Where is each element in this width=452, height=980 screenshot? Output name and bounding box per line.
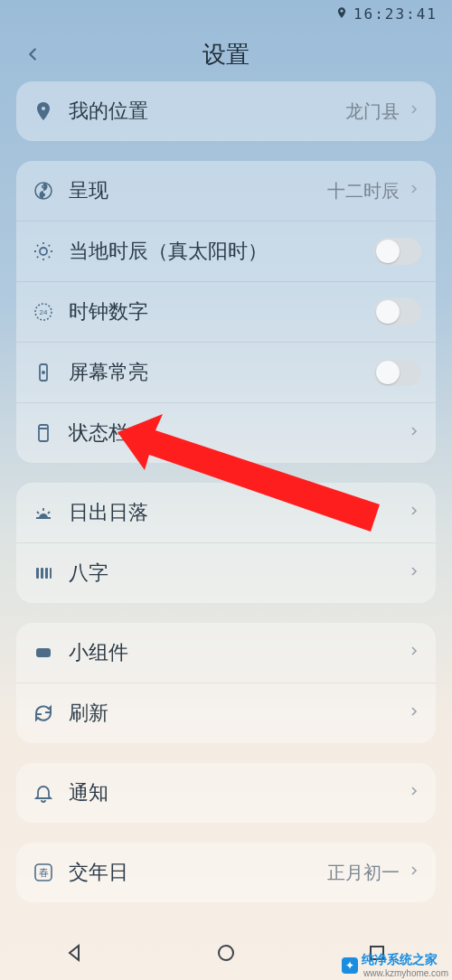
- row-status-bar[interactable]: 状态栏: [16, 402, 436, 463]
- svg-rect-12: [45, 568, 48, 579]
- nav-back-button[interactable]: [64, 942, 86, 967]
- location-status-icon: [335, 5, 348, 23]
- toggle-local-shichen[interactable]: [374, 238, 421, 265]
- settings-group-location: 我的位置 龙门县: [16, 81, 436, 141]
- svg-point-1: [42, 185, 45, 188]
- yinyang-icon: [31, 178, 56, 203]
- chevron-right-icon: [407, 704, 421, 722]
- svg-point-3: [40, 248, 47, 255]
- watermark-url: www.kzmyhome.com: [363, 968, 448, 978]
- toggle-keep-screen-on[interactable]: [374, 359, 421, 386]
- spring-icon: 春: [31, 860, 56, 885]
- refresh-icon: [31, 701, 56, 726]
- watermark-icon: ✦: [342, 957, 358, 974]
- nav-home-button[interactable]: [215, 942, 237, 967]
- row-label: 八字: [69, 560, 407, 587]
- chevron-right-icon: [407, 504, 421, 522]
- header: 设置: [0, 27, 452, 81]
- row-label: 状态栏: [69, 419, 407, 447]
- row-label: 小组件: [69, 639, 407, 666]
- svg-text:24: 24: [40, 308, 48, 316]
- row-my-location[interactable]: 我的位置 龙门县: [16, 81, 436, 141]
- sunrise-icon: [31, 500, 56, 525]
- row-keep-screen-on[interactable]: 屏幕常亮: [16, 342, 436, 402]
- settings-group-notify: 通知: [16, 763, 436, 823]
- status-time: 16:23:41: [353, 5, 438, 23]
- chevron-right-icon: [407, 863, 421, 881]
- row-refresh[interactable]: 刷新: [16, 683, 436, 743]
- chevron-right-icon: [407, 644, 421, 662]
- row-local-shichen[interactable]: 当地时辰（真太阳时）: [16, 221, 436, 281]
- row-value: 龙门县: [345, 99, 400, 124]
- svg-point-2: [42, 193, 45, 196]
- row-label: 当地时辰（真太阳时）: [69, 238, 374, 265]
- svg-point-7: [42, 371, 45, 374]
- row-label: 通知: [69, 779, 407, 806]
- settings-content: 我的位置 龙门县 呈现 十二时辰 当地时辰（真太阳时） 24 时钟数字: [0, 81, 452, 902]
- chevron-right-icon: [407, 424, 421, 442]
- svg-rect-8: [39, 425, 48, 441]
- back-button[interactable]: [16, 38, 49, 71]
- clock24-icon: 24: [31, 299, 56, 325]
- sun-icon: [31, 239, 56, 264]
- row-label: 呈现: [69, 177, 327, 204]
- bell-icon: [31, 780, 56, 806]
- svg-point-18: [219, 946, 233, 960]
- svg-text:春: 春: [39, 867, 49, 878]
- watermark-text: 纯净系统之家: [362, 952, 448, 968]
- row-value: 正月初一: [327, 861, 400, 885]
- row-new-year-day[interactable]: 春 交年日 正月初一: [16, 843, 436, 902]
- settings-group-widget: 小组件 刷新: [16, 623, 436, 743]
- svg-rect-13: [50, 568, 52, 579]
- row-presentation[interactable]: 呈现 十二时辰: [16, 161, 436, 221]
- settings-group-display: 呈现 十二时辰 当地时辰（真太阳时） 24 时钟数字 屏幕常亮: [16, 161, 436, 463]
- widget-icon: [31, 640, 56, 665]
- chevron-right-icon: [407, 102, 421, 120]
- settings-group-year: 春 交年日 正月初一: [16, 843, 436, 902]
- bazi-icon: [31, 561, 56, 586]
- row-label: 刷新: [69, 700, 407, 727]
- chevron-right-icon: [407, 784, 421, 802]
- svg-rect-11: [41, 568, 43, 579]
- row-notifications[interactable]: 通知: [16, 763, 436, 823]
- watermark: ✦ 纯净系统之家 www.kzmyhome.com: [342, 952, 448, 978]
- row-label: 我的位置: [69, 98, 345, 125]
- settings-group-astro: 日出日落 八字: [16, 483, 436, 603]
- row-label: 交年日: [69, 859, 327, 886]
- statusbar-icon: [31, 420, 56, 446]
- toggle-clock-digits[interactable]: [374, 298, 421, 325]
- svg-rect-10: [36, 568, 39, 579]
- row-label: 时钟数字: [69, 298, 374, 325]
- row-label: 屏幕常亮: [69, 359, 374, 386]
- row-widget[interactable]: 小组件: [16, 623, 436, 683]
- row-clock-digits[interactable]: 24 时钟数字: [16, 281, 436, 342]
- status-bar: 16:23:41: [0, 0, 452, 27]
- row-label: 日出日落: [69, 499, 407, 526]
- location-pin-icon: [31, 99, 56, 124]
- row-sunrise-sunset[interactable]: 日出日落: [16, 483, 436, 542]
- row-value: 十二时辰: [327, 179, 400, 203]
- svg-rect-14: [36, 648, 51, 657]
- page-title: 设置: [202, 39, 250, 71]
- chevron-right-icon: [407, 182, 421, 200]
- row-bazi[interactable]: 八字: [16, 542, 436, 603]
- phone-bright-icon: [31, 360, 56, 385]
- chevron-right-icon: [407, 564, 421, 582]
